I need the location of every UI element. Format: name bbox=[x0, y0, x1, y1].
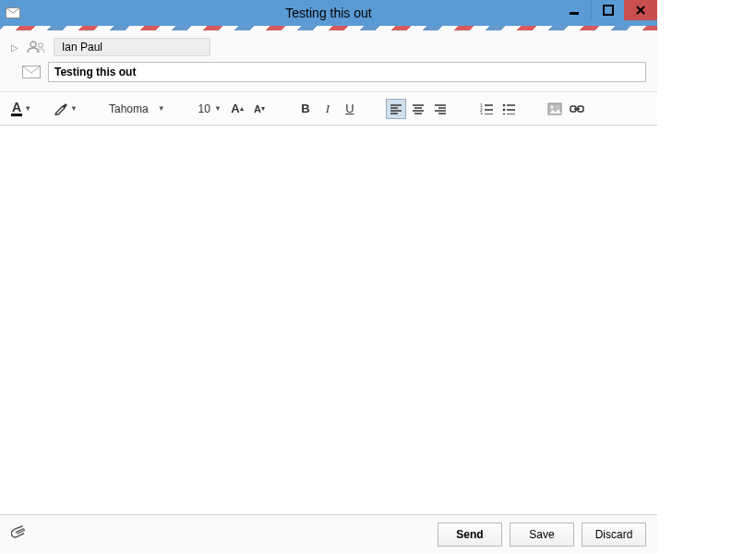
subject-input[interactable] bbox=[48, 62, 646, 82]
footer: Send Save Discard bbox=[0, 514, 657, 553]
insert-image-button[interactable] bbox=[545, 99, 565, 119]
bold-button[interactable]: B bbox=[295, 99, 316, 119]
save-button[interactable]: Save bbox=[510, 523, 574, 547]
insert-link-button[interactable] bbox=[567, 99, 587, 119]
recipients-icon bbox=[26, 41, 48, 54]
svg-text:3: 3 bbox=[480, 112, 483, 114]
envelope-icon bbox=[6, 7, 20, 18]
message-body[interactable] bbox=[0, 126, 657, 514]
bulleted-list-button[interactable] bbox=[498, 99, 519, 119]
formatting-toolbar: A▼ ▼ Tahoma ▼ 10 ▼ A▴ bbox=[0, 92, 657, 126]
align-right-button[interactable] bbox=[430, 99, 450, 119]
subject-icon bbox=[20, 66, 42, 78]
expand-recipients-arrow[interactable]: ▷ bbox=[11, 42, 20, 53]
attachment-button[interactable] bbox=[11, 525, 28, 543]
underline-button[interactable]: U bbox=[340, 99, 360, 119]
font-increase-button[interactable]: A▴ bbox=[227, 99, 247, 119]
font-family-select[interactable]: Tahoma ▼ bbox=[105, 99, 169, 119]
svg-rect-2 bbox=[604, 6, 613, 15]
font-decrease-button[interactable]: A▾ bbox=[249, 99, 270, 119]
align-left-button[interactable] bbox=[386, 99, 406, 119]
font-color-button[interactable]: A▼ bbox=[9, 99, 33, 119]
svg-point-3 bbox=[30, 42, 36, 47]
svg-point-24 bbox=[503, 103, 506, 106]
titlebar: Testing this out bbox=[0, 0, 657, 26]
align-center-button[interactable] bbox=[408, 99, 428, 119]
svg-rect-1 bbox=[570, 12, 579, 15]
discard-button[interactable]: Discard bbox=[582, 523, 646, 547]
maximize-button[interactable] bbox=[591, 0, 624, 20]
recipient-chip[interactable]: Ian Paul bbox=[54, 38, 210, 56]
window-title: Testing this out bbox=[285, 6, 371, 20]
recipient-name: Ian Paul bbox=[62, 41, 102, 54]
send-button[interactable]: Send bbox=[438, 523, 502, 547]
minimize-button[interactable] bbox=[558, 0, 591, 20]
svg-point-25 bbox=[503, 108, 506, 111]
close-button[interactable] bbox=[624, 0, 657, 20]
italic-button[interactable]: I bbox=[318, 99, 338, 119]
svg-point-4 bbox=[39, 43, 43, 48]
highlight-button[interactable]: ▼ bbox=[52, 99, 79, 119]
numbered-list-button[interactable]: 123 bbox=[476, 99, 497, 119]
svg-point-31 bbox=[550, 105, 553, 108]
font-size-select[interactable]: 10 ▼ bbox=[195, 99, 225, 119]
svg-point-26 bbox=[503, 113, 506, 114]
